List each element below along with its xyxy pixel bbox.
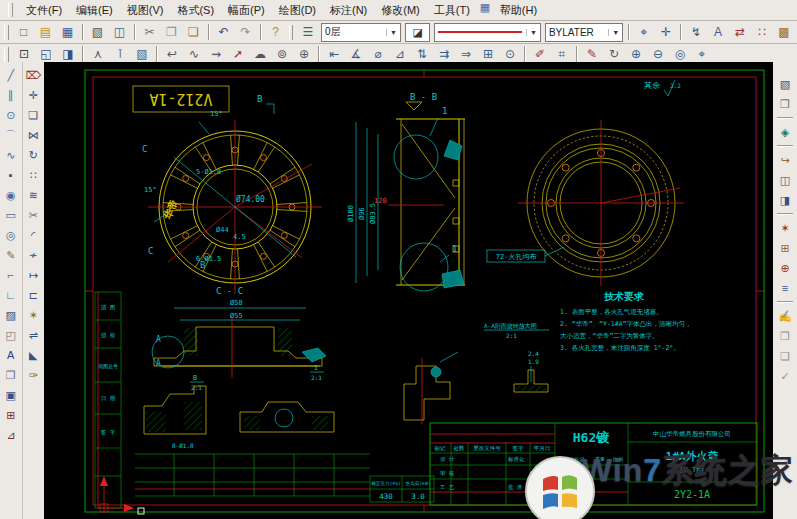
layer-combo[interactable]: 0层 ▼ [321,23,401,42]
copy-icon[interactable]: ❐ [161,22,183,42]
menu-p[interactable]: 幅面(P) [221,1,272,20]
move-icon[interactable]: ✛ [23,85,44,105]
dim-edit-icon[interactable]: ✐ [529,44,551,64]
align-icon[interactable]: ⇌ [23,325,44,345]
copy-obj-icon[interactable]: ❏ [23,105,44,125]
point-icon[interactable]: ▪ [0,165,21,185]
drawing-canvas[interactable]: V212-1A Ø74.00 15° 15° [44,62,773,519]
image-insert-icon[interactable]: ▧ [131,44,153,64]
block-edit-icon[interactable]: ◨ [775,190,796,210]
paste-style-icon[interactable]: ❐ [0,365,21,385]
ortho-icon[interactable]: ⌖ [633,22,655,42]
export-sel-icon[interactable]: ▩ [773,22,795,42]
block-make-icon[interactable]: ◫ [775,170,796,190]
sheet-icon[interactable]: ▧ [775,74,796,94]
pick-set-icon[interactable]: ↯ [685,22,707,42]
zoom-window-icon[interactable]: ◱ [35,44,57,64]
solid-icon[interactable]: ◈ [775,122,796,142]
cut-icon[interactable]: ✂ [139,22,161,42]
zoom-fit-icon[interactable]: ⊡ [13,44,35,64]
osnap-icon[interactable]: ✛ [655,22,677,42]
measure-icon[interactable]: ⌗ [551,44,573,64]
lineweight-combo[interactable]: BYLATER ▼ [545,23,623,42]
fillet-icon[interactable]: ◜ [23,225,44,245]
text-tool-icon[interactable]: A [707,22,729,42]
arrow-mark-icon[interactable]: ➚ [227,44,249,64]
chevron-down-icon[interactable]: ▼ [526,29,537,36]
menu-d[interactable]: 绘图(D) [272,1,323,20]
erase-icon[interactable]: ⌦ [23,65,44,85]
dim-angular-icon[interactable]: ∡ [345,44,367,64]
menu-t[interactable]: 工具(T) [427,1,477,20]
paste-icon[interactable]: ❏ [183,22,205,42]
break-icon[interactable]: ≁ [23,245,44,265]
parallel-icon[interactable]: ∥ [0,85,21,105]
paste-doc-icon[interactable]: ❏ [775,346,796,366]
zoom-out-icon[interactable]: ◎ [669,44,691,64]
dim-tolerance-icon[interactable]: ⊞ [477,44,499,64]
print-icon[interactable]: ▧ [87,22,109,42]
layers-icon[interactable]: ☰ [297,22,319,42]
leader-icon[interactable]: ⇝ [205,44,227,64]
center-rect-icon[interactable]: ◎ [0,225,21,245]
dim-linear-icon[interactable]: ⇤ [323,44,345,64]
offset-icon[interactable]: ≋ [23,185,44,205]
plugin-icon[interactable]: ▦ [477,1,493,20]
explode-icon[interactable]: ✶ [23,305,44,325]
preview-icon[interactable]: ◫ [109,22,131,42]
array-icon[interactable]: ∷ [23,165,44,185]
properties-icon[interactable]: ✑ [23,365,44,385]
chevron-down-icon[interactable]: ▼ [386,29,397,36]
edit-text-icon[interactable]: ✍ [775,306,796,326]
raster-icon[interactable]: ▣ [0,385,21,405]
node-edit-icon[interactable]: ⋏ [87,44,109,64]
list-icon[interactable]: ≡ [775,278,796,298]
redo-icon[interactable]: ↷ [235,22,257,42]
probe-icon[interactable]: ⊚ [271,44,293,64]
arc-icon[interactable]: ⌒ [0,125,21,145]
block-lib-icon[interactable]: ❒ [775,94,796,114]
menu-m[interactable]: 修改(M) [374,1,427,20]
pan-icon[interactable]: ⌖ [691,44,713,64]
region-icon[interactable]: ◰ [0,325,21,345]
polyline-2-icon[interactable]: ↩ [161,44,183,64]
insert-block-icon[interactable]: ⊞ [775,238,796,258]
ellipse-icon[interactable]: ◉ [0,185,21,205]
menu-f[interactable]: 文件(F) [19,1,69,20]
polyline-icon[interactable]: ⌐ [0,265,21,285]
cloud-icon[interactable]: ☁ [249,44,271,64]
new-icon[interactable]: □ [13,22,35,42]
menu-s[interactable]: 格式(S) [170,1,221,20]
swap-ref-icon[interactable]: ⇄ [729,22,751,42]
toolbar-grip[interactable] [4,47,9,62]
view-manager-icon[interactable]: ◨ [57,44,79,64]
zoom-prev-icon[interactable]: ⊖ [647,44,669,64]
spline-icon[interactable]: ∿ [0,145,21,165]
export-icon[interactable]: ↪ [775,150,796,170]
undo-icon[interactable]: ↶ [213,22,235,42]
extend-icon[interactable]: ↦ [23,265,44,285]
dim-baseline-icon[interactable]: ⇉ [433,44,455,64]
help-icon[interactable]: ? [265,22,287,42]
text-box-icon[interactable]: ⊺ [109,44,131,64]
match-prop-icon[interactable]: ∷ [751,22,773,42]
zoom-in-icon[interactable]: ⊕ [625,44,647,64]
menu-e[interactable]: 编辑(E) [69,1,120,20]
toolbar-grip[interactable] [289,25,294,40]
rotate-icon[interactable]: ↻ [23,145,44,165]
menu-v[interactable]: 视图(V) [120,1,171,20]
toolbar-grip[interactable] [8,3,13,17]
menu-n[interactable]: 标注(N) [323,1,374,20]
chevron-down-icon[interactable]: ▼ [608,29,619,36]
mirror-icon[interactable]: ⋈ [23,125,44,145]
line-icon[interactable]: ╱ [0,65,21,85]
sketch-icon[interactable]: ✎ [0,245,21,265]
center-mark-icon[interactable]: ⊙ [499,44,521,64]
circle-icon[interactable]: ⊙ [0,105,21,125]
toolbar-grip[interactable] [4,25,9,40]
text-icon[interactable]: A [0,345,21,365]
hatch-icon[interactable]: ▨ [0,305,21,325]
dim-aligned-icon[interactable]: ⊿ [389,44,411,64]
verify-icon[interactable]: ✓ [775,366,796,386]
datum-target-icon[interactable]: ⊕ [293,44,315,64]
